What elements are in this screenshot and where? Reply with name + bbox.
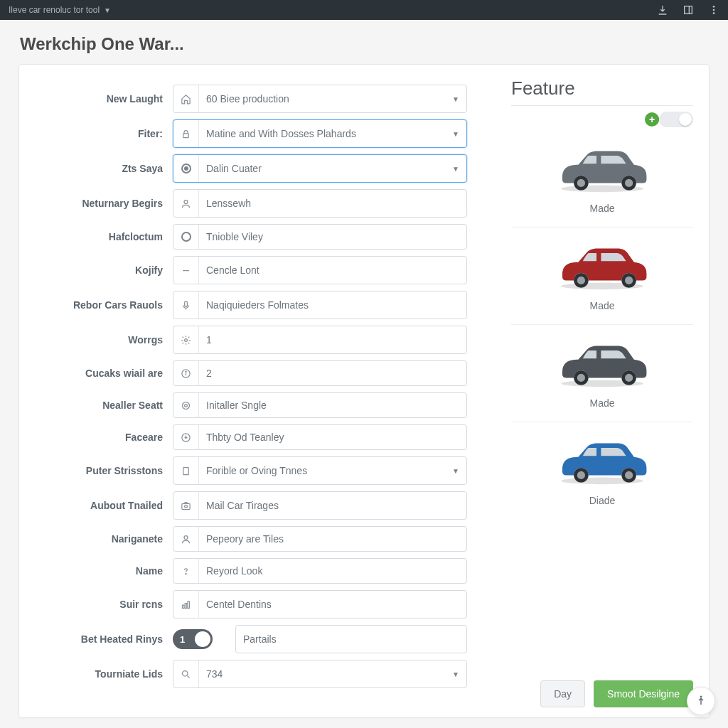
chevron-down-icon[interactable]: ▼ — [445, 457, 466, 484]
action-row: Day Smoot Desilgine — [511, 675, 693, 707]
text-input[interactable] — [199, 291, 466, 318]
field-label: Nariganete — [19, 533, 173, 545]
car-list: MadeMadeMadeDiade — [511, 130, 693, 519]
panel-icon[interactable] — [682, 4, 694, 16]
input-wrap — [173, 491, 467, 520]
more-icon[interactable] — [708, 4, 719, 16]
input-wrap — [173, 256, 467, 284]
user-icon — [173, 527, 199, 551]
car-label: Made — [589, 397, 614, 409]
svg-point-37 — [625, 277, 633, 284]
chevron-down-icon: ▼ — [104, 6, 111, 14]
input-wrap — [173, 291, 467, 319]
svg-point-6 — [184, 200, 188, 203]
svg-rect-23 — [188, 601, 190, 608]
tourniate-row: Tourniate Lids▼ — [19, 660, 467, 688]
text-input[interactable] — [199, 155, 445, 182]
input-wrap — [173, 189, 467, 218]
text-input[interactable] — [199, 457, 445, 484]
download-icon[interactable] — [657, 4, 668, 16]
car-image — [545, 329, 659, 395]
text-input[interactable] — [199, 225, 466, 249]
chevron-down-icon[interactable]: ▼ — [445, 120, 466, 147]
input-wrap — [173, 558, 467, 584]
text-input[interactable] — [199, 190, 466, 217]
svg-point-2 — [713, 6, 715, 8]
input-wrap: ▼ — [173, 85, 467, 113]
input-wrap: ▼ — [173, 154, 467, 183]
heated-toggle[interactable]: 1 — [173, 629, 213, 649]
text-input[interactable] — [199, 660, 445, 687]
text-input[interactable] — [236, 626, 466, 653]
text-input[interactable] — [199, 393, 466, 417]
field-label: Suir rcns — [19, 599, 173, 610]
camera-icon — [173, 492, 199, 519]
minus-icon — [173, 257, 199, 284]
car-item[interactable]: Diade — [511, 422, 693, 519]
input-wrap — [235, 625, 467, 653]
chevron-down-icon[interactable]: ▼ — [445, 660, 466, 687]
form-row: Aubout Tnailed — [19, 491, 467, 520]
submit-button[interactable]: Smoot Desilgine — [594, 680, 693, 707]
text-input[interactable] — [199, 527, 466, 551]
field-label: Rebor Cars Rauols — [19, 299, 173, 311]
form-row: Suir rcns — [19, 590, 467, 619]
field-label: New Laught — [19, 93, 173, 105]
car-item[interactable]: Made — [511, 228, 693, 325]
square-icon — [173, 457, 199, 484]
topbar-title: Ileve car renoluc tor tool — [9, 5, 100, 15]
field-label: Name — [19, 565, 173, 577]
field-label: Kojify — [19, 264, 173, 276]
text-input[interactable] — [199, 120, 445, 147]
car-label: Made — [589, 203, 614, 214]
plus-icon: + — [645, 112, 659, 127]
chart-icon — [173, 591, 199, 618]
chevron-down-icon[interactable]: ▼ — [445, 155, 466, 182]
car-image — [545, 232, 659, 297]
form-row: Name — [19, 558, 467, 584]
feature-toggle[interactable]: + — [659, 112, 693, 127]
lock-icon — [173, 120, 199, 147]
input-wrap — [173, 590, 467, 619]
question-icon — [173, 559, 199, 583]
text-input[interactable] — [199, 361, 466, 385]
car-item[interactable]: Made — [511, 325, 693, 422]
fab-upload[interactable] — [687, 687, 715, 715]
form-row: Hafcloctum — [19, 224, 467, 250]
field-label: Fiter: — [19, 128, 173, 139]
field-label: Cucaks wiail are — [19, 368, 173, 379]
car-item[interactable]: Made — [511, 130, 693, 228]
divider — [511, 105, 693, 106]
input-wrap — [173, 424, 467, 450]
chevron-down-icon[interactable]: ▼ — [445, 85, 466, 112]
download-icon — [173, 425, 199, 449]
topbar-title-wrap[interactable]: Ileve car renoluc tor tool ▼ — [9, 5, 111, 15]
svg-point-32 — [625, 179, 633, 187]
radio-icon — [173, 225, 199, 249]
svg-line-27 — [187, 675, 189, 678]
form-row: Kojify — [19, 256, 467, 284]
gear-icon — [173, 326, 199, 353]
day-button[interactable]: Day — [540, 680, 585, 707]
svg-point-26 — [183, 670, 188, 676]
text-input[interactable] — [199, 492, 466, 519]
svg-point-47 — [625, 471, 633, 479]
svg-point-30 — [577, 179, 585, 187]
home-icon — [173, 85, 199, 112]
page-title: Werkchip One War... — [0, 20, 728, 64]
svg-point-3 — [713, 9, 715, 11]
text-input[interactable] — [199, 85, 445, 112]
text-input[interactable] — [199, 425, 466, 449]
search-icon — [173, 660, 199, 687]
svg-point-20 — [186, 573, 186, 574]
svg-point-40 — [577, 374, 585, 382]
form-row: Zts Saya▼ — [19, 154, 467, 183]
text-input[interactable] — [199, 559, 466, 583]
text-input[interactable] — [199, 591, 466, 618]
svg-point-35 — [577, 277, 585, 284]
main-card: New Laught▼Fiter:▼Zts Saya▼Neturnary Beg… — [18, 64, 710, 718]
text-input[interactable] — [199, 326, 466, 353]
text-input[interactable] — [199, 257, 466, 284]
form-row: Puter Strisstons▼ — [19, 456, 467, 485]
svg-point-45 — [577, 471, 585, 479]
